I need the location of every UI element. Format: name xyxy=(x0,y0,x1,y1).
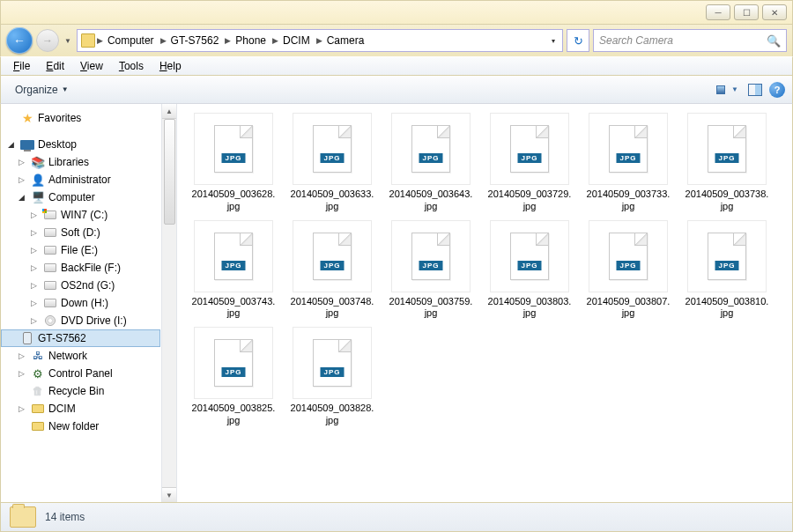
sidebar-scrollbar[interactable]: ▲ ▼ xyxy=(161,104,176,502)
expand-icon[interactable]: ▷ xyxy=(31,228,40,237)
refresh-button[interactable]: ↻ xyxy=(567,29,589,52)
breadcrumb-computer[interactable]: Computer xyxy=(105,33,157,48)
tree-drive[interactable]: ▷Soft (D:) xyxy=(1,224,160,241)
address-dropdown[interactable]: ▾ xyxy=(548,37,559,45)
chevron-right-icon[interactable]: ▶ xyxy=(272,36,278,45)
jpg-badge: JPG xyxy=(715,153,738,163)
file-name: 20140509_003825.jpg xyxy=(192,403,276,427)
expand-icon[interactable]: ▷ xyxy=(19,351,27,360)
file-item[interactable]: JPG20140509_003825.jpg xyxy=(189,327,278,427)
file-item[interactable]: JPG20140509_003810.jpg xyxy=(683,220,771,321)
tree-libraries[interactable]: ▷ 📚 Libraries xyxy=(1,153,160,171)
menu-file[interactable]: File xyxy=(6,58,37,74)
maximize-button[interactable]: ☐ xyxy=(734,4,759,20)
close-button[interactable]: ✕ xyxy=(762,4,787,20)
menu-tools[interactable]: Tools xyxy=(112,58,151,74)
forward-button[interactable]: → xyxy=(36,29,59,52)
chevron-down-icon[interactable]: ▼ xyxy=(730,85,740,93)
file-name: 20140509_003743.jpg xyxy=(192,296,276,321)
minimize-button[interactable]: ─ xyxy=(706,4,730,20)
file-item[interactable]: JPG20140509_003743.jpg xyxy=(189,220,278,321)
chevron-right-icon[interactable]: ▶ xyxy=(97,36,103,45)
drive-icon xyxy=(43,243,57,257)
chevron-right-icon[interactable]: ▶ xyxy=(316,36,322,45)
scroll-up-button[interactable]: ▲ xyxy=(162,104,176,119)
file-name: 20140509_003729.jpg xyxy=(488,188,572,213)
organize-label: Organize xyxy=(15,84,58,96)
file-item[interactable]: JPG20140509_003733.jpg xyxy=(584,113,672,213)
expand-icon[interactable]: ▷ xyxy=(31,263,40,272)
expand-icon[interactable]: ▷ xyxy=(31,299,40,307)
tree-label: Favorites xyxy=(38,112,81,124)
jpg-badge: JPG xyxy=(616,153,640,163)
file-item[interactable]: JPG20140509_003828.jpg xyxy=(288,327,376,427)
menu-help[interactable]: Help xyxy=(152,58,189,74)
tree-desktop-root[interactable]: ◢ Desktop xyxy=(1,136,160,153)
menu-edit[interactable]: Edit xyxy=(39,58,71,74)
tree-favorites[interactable]: ★ Favorites xyxy=(1,109,160,127)
back-button[interactable]: ← xyxy=(6,27,33,54)
jpg-badge: JPG xyxy=(320,367,344,377)
tree-drive[interactable]: ▷Down (H:) xyxy=(1,294,160,312)
breadcrumb-phone[interactable]: Phone xyxy=(233,33,269,48)
expand-icon[interactable]: ▷ xyxy=(31,316,40,325)
tree-label: Soft (D:) xyxy=(61,226,100,239)
chevron-right-icon[interactable]: ▶ xyxy=(225,36,231,45)
scroll-thumb[interactable] xyxy=(164,119,175,225)
file-item[interactable]: JPG20140509_003803.jpg xyxy=(485,220,574,321)
tree-drive[interactable]: ▷BackFile (F:) xyxy=(1,259,160,277)
tree-drive[interactable]: GT-S7562 xyxy=(1,329,160,347)
tree-computer[interactable]: ◢ 🖥️ Computer xyxy=(1,188,160,206)
tree-drive[interactable]: ▷File (E:) xyxy=(1,241,160,259)
tree-drive[interactable]: ▷DVD Drive (I:) xyxy=(1,312,160,329)
expand-icon[interactable]: ▷ xyxy=(19,369,27,378)
computer-icon: 🖥️ xyxy=(31,190,45,204)
expand-icon[interactable]: ▷ xyxy=(19,175,27,184)
search-input[interactable]: Search Camera 🔍 xyxy=(593,29,787,52)
collapse-icon[interactable]: ◢ xyxy=(19,193,27,202)
file-item[interactable]: JPG20140509_003628.jpg xyxy=(189,113,278,213)
breadcrumb-dcim[interactable]: DCIM xyxy=(280,33,313,48)
file-item[interactable]: JPG20140509_003748.jpg xyxy=(288,220,376,321)
expand-icon[interactable]: ▷ xyxy=(19,158,27,166)
expand-icon[interactable]: ▷ xyxy=(31,281,40,290)
address-bar[interactable]: ▶ Computer▶ GT-S7562▶ Phone▶ DCIM▶ Camer… xyxy=(77,29,563,52)
preview-pane-button[interactable] xyxy=(746,81,764,99)
tree-dcim-folder[interactable]: ▷ DCIM xyxy=(1,400,160,417)
file-item[interactable]: JPG20140509_003729.jpg xyxy=(485,113,574,213)
tree-drive[interactable]: ▷OS2nd (G:) xyxy=(1,277,160,294)
tree-new-folder[interactable]: New folder xyxy=(1,417,160,435)
menu-view[interactable]: View xyxy=(73,58,110,74)
tree-drive[interactable]: ▷WIN7 (C:) xyxy=(1,206,160,224)
scroll-down-button[interactable]: ▼ xyxy=(162,487,176,502)
recycle-bin-icon: 🗑 xyxy=(31,384,45,398)
file-item[interactable]: JPG20140509_003643.jpg xyxy=(387,113,475,213)
tree-administrator[interactable]: ▷ 👤 Administrator xyxy=(1,171,160,188)
expand-icon[interactable]: ▷ xyxy=(19,404,27,413)
history-dropdown[interactable]: ▼ xyxy=(63,37,73,45)
expand-icon[interactable]: ▷ xyxy=(31,246,40,255)
breadcrumb-camera[interactable]: Camera xyxy=(324,33,367,48)
file-item[interactable]: JPG20140509_003738.jpg xyxy=(683,113,771,213)
chevron-right-icon[interactable]: ▶ xyxy=(160,36,167,45)
file-list[interactable]: JPG20140509_003628.jpgJPG20140509_003633… xyxy=(177,104,792,502)
collapse-icon[interactable]: ◢ xyxy=(8,140,17,149)
libraries-icon: 📚 xyxy=(31,155,45,169)
tree-recycle-bin[interactable]: 🗑 Recycle Bin xyxy=(1,382,160,400)
expand-icon[interactable]: ▷ xyxy=(31,211,40,219)
help-button[interactable]: ? xyxy=(769,82,785,98)
tree-label: Administrator xyxy=(48,174,111,186)
file-item[interactable]: JPG20140509_003633.jpg xyxy=(288,113,376,213)
file-item[interactable]: JPG20140509_003807.jpg xyxy=(584,220,672,321)
tree-network[interactable]: ▷ 🖧 Network xyxy=(1,347,160,365)
view-icon xyxy=(712,83,730,97)
breadcrumb-device[interactable]: GT-S7562 xyxy=(168,33,222,48)
change-view-button[interactable]: ▼ xyxy=(711,82,741,98)
file-name: 20140509_003633.jpg xyxy=(291,188,374,213)
search-icon[interactable]: 🔍 xyxy=(767,34,781,48)
network-icon: 🖧 xyxy=(31,349,45,363)
file-name: 20140509_003628.jpg xyxy=(192,188,276,213)
organize-menu[interactable]: Organize ▼ xyxy=(8,81,76,99)
tree-control-panel[interactable]: ▷ ⚙ Control Panel xyxy=(1,365,160,382)
file-item[interactable]: JPG20140509_003759.jpg xyxy=(387,220,475,321)
